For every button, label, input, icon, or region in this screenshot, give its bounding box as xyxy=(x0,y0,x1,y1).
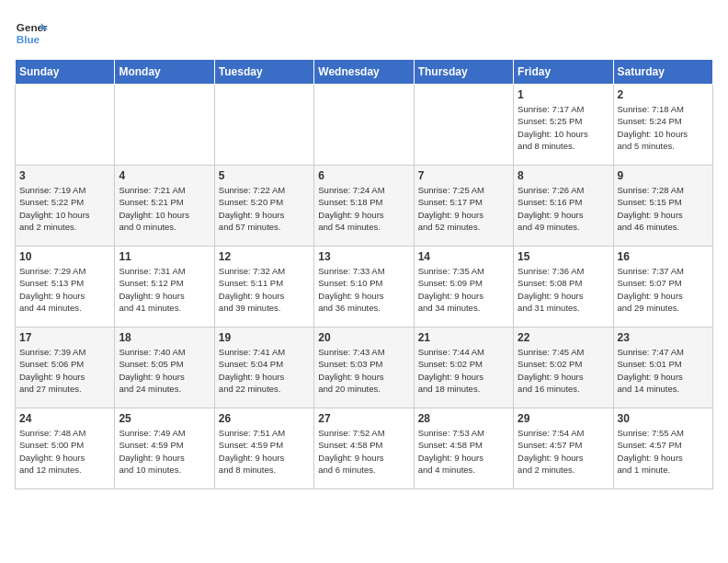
calendar-cell xyxy=(214,85,313,166)
day-info: Sunrise: 7:26 AM Sunset: 5:16 PM Dayligh… xyxy=(518,184,609,233)
day-number: 2 xyxy=(618,88,709,101)
day-info: Sunrise: 7:51 AM Sunset: 4:59 PM Dayligh… xyxy=(219,427,310,476)
calendar-cell: 3Sunrise: 7:19 AM Sunset: 5:22 PM Daylig… xyxy=(16,166,115,247)
weekday-header-tuesday: Tuesday xyxy=(214,60,313,85)
day-number: 23 xyxy=(618,331,709,344)
day-number: 10 xyxy=(19,250,110,263)
calendar-cell: 18Sunrise: 7:40 AM Sunset: 5:05 PM Dayli… xyxy=(115,327,214,408)
day-number: 25 xyxy=(119,412,210,425)
calendar-cell: 13Sunrise: 7:33 AM Sunset: 5:10 PM Dayli… xyxy=(314,247,414,327)
day-info: Sunrise: 7:48 AM Sunset: 5:00 PM Dayligh… xyxy=(19,427,110,476)
day-number: 9 xyxy=(618,169,709,182)
calendar-cell: 5Sunrise: 7:22 AM Sunset: 5:20 PM Daylig… xyxy=(214,166,313,247)
day-number: 27 xyxy=(318,412,409,425)
week-row-2: 3Sunrise: 7:19 AM Sunset: 5:22 PM Daylig… xyxy=(16,166,713,247)
day-number: 13 xyxy=(318,250,409,263)
day-number: 22 xyxy=(518,331,609,344)
day-info: Sunrise: 7:43 AM Sunset: 5:03 PM Dayligh… xyxy=(318,346,409,395)
day-info: Sunrise: 7:24 AM Sunset: 5:18 PM Dayligh… xyxy=(318,184,409,233)
day-number: 20 xyxy=(318,331,409,344)
day-info: Sunrise: 7:49 AM Sunset: 4:59 PM Dayligh… xyxy=(119,427,210,476)
day-number: 28 xyxy=(418,412,509,425)
day-number: 14 xyxy=(418,250,509,263)
day-info: Sunrise: 7:54 AM Sunset: 4:57 PM Dayligh… xyxy=(518,427,609,476)
day-number: 3 xyxy=(19,169,110,182)
calendar-cell: 28Sunrise: 7:53 AM Sunset: 4:58 PM Dayli… xyxy=(414,408,513,489)
day-info: Sunrise: 7:32 AM Sunset: 5:11 PM Dayligh… xyxy=(219,265,310,314)
day-info: Sunrise: 7:37 AM Sunset: 5:07 PM Dayligh… xyxy=(618,265,709,314)
day-info: Sunrise: 7:40 AM Sunset: 5:05 PM Dayligh… xyxy=(119,346,210,395)
calendar-cell xyxy=(414,85,513,166)
day-number: 1 xyxy=(518,88,609,101)
weekday-header-wednesday: Wednesday xyxy=(314,60,414,85)
weekday-header-thursday: Thursday xyxy=(414,60,513,85)
calendar-cell: 29Sunrise: 7:54 AM Sunset: 4:57 PM Dayli… xyxy=(514,408,613,489)
day-info: Sunrise: 7:55 AM Sunset: 4:57 PM Dayligh… xyxy=(618,427,709,476)
week-row-1: 1Sunrise: 7:17 AM Sunset: 5:25 PM Daylig… xyxy=(16,85,713,166)
day-number: 19 xyxy=(219,331,310,344)
day-number: 11 xyxy=(119,250,210,263)
day-number: 4 xyxy=(119,169,210,182)
calendar-cell: 9Sunrise: 7:28 AM Sunset: 5:15 PM Daylig… xyxy=(613,166,712,247)
calendar-cell: 23Sunrise: 7:47 AM Sunset: 5:01 PM Dayli… xyxy=(613,327,712,408)
day-number: 12 xyxy=(219,250,310,263)
day-info: Sunrise: 7:53 AM Sunset: 4:58 PM Dayligh… xyxy=(418,427,509,476)
weekday-header-sunday: Sunday xyxy=(16,60,115,85)
calendar-cell: 10Sunrise: 7:29 AM Sunset: 5:13 PM Dayli… xyxy=(16,247,115,327)
day-number: 15 xyxy=(518,250,609,263)
day-info: Sunrise: 7:18 AM Sunset: 5:24 PM Dayligh… xyxy=(618,103,709,152)
calendar-cell xyxy=(115,85,214,166)
calendar-cell: 14Sunrise: 7:35 AM Sunset: 5:09 PM Dayli… xyxy=(414,247,513,327)
day-info: Sunrise: 7:21 AM Sunset: 5:21 PM Dayligh… xyxy=(119,184,210,233)
weekday-header-row: SundayMondayTuesdayWednesdayThursdayFrid… xyxy=(16,60,713,85)
logo: General Blue xyxy=(15,15,48,48)
day-info: Sunrise: 7:44 AM Sunset: 5:02 PM Dayligh… xyxy=(418,346,509,395)
day-info: Sunrise: 7:28 AM Sunset: 5:15 PM Dayligh… xyxy=(618,184,709,233)
calendar-cell: 6Sunrise: 7:24 AM Sunset: 5:18 PM Daylig… xyxy=(314,166,414,247)
day-info: Sunrise: 7:52 AM Sunset: 4:58 PM Dayligh… xyxy=(318,427,409,476)
day-number: 30 xyxy=(618,412,709,425)
calendar-cell: 19Sunrise: 7:41 AM Sunset: 5:04 PM Dayli… xyxy=(214,327,313,408)
calendar-cell: 20Sunrise: 7:43 AM Sunset: 5:03 PM Dayli… xyxy=(314,327,414,408)
calendar-cell: 16Sunrise: 7:37 AM Sunset: 5:07 PM Dayli… xyxy=(613,247,712,327)
calendar-cell: 21Sunrise: 7:44 AM Sunset: 5:02 PM Dayli… xyxy=(414,327,513,408)
day-info: Sunrise: 7:25 AM Sunset: 5:17 PM Dayligh… xyxy=(418,184,509,233)
page-header: General Blue xyxy=(15,15,713,48)
day-number: 16 xyxy=(618,250,709,263)
calendar-cell: 12Sunrise: 7:32 AM Sunset: 5:11 PM Dayli… xyxy=(214,247,313,327)
weekday-header-monday: Monday xyxy=(115,60,214,85)
logo-icon: General Blue xyxy=(15,15,48,48)
calendar-cell xyxy=(314,85,414,166)
week-row-4: 17Sunrise: 7:39 AM Sunset: 5:06 PM Dayli… xyxy=(16,327,713,408)
day-number: 21 xyxy=(418,331,509,344)
day-number: 5 xyxy=(219,169,310,182)
calendar-cell: 27Sunrise: 7:52 AM Sunset: 4:58 PM Dayli… xyxy=(314,408,414,489)
calendar-cell: 22Sunrise: 7:45 AM Sunset: 5:02 PM Dayli… xyxy=(514,327,613,408)
day-info: Sunrise: 7:36 AM Sunset: 5:08 PM Dayligh… xyxy=(518,265,609,314)
day-info: Sunrise: 7:39 AM Sunset: 5:06 PM Dayligh… xyxy=(19,346,110,395)
calendar-cell: 30Sunrise: 7:55 AM Sunset: 4:57 PM Dayli… xyxy=(613,408,712,489)
day-info: Sunrise: 7:45 AM Sunset: 5:02 PM Dayligh… xyxy=(518,346,609,395)
week-row-5: 24Sunrise: 7:48 AM Sunset: 5:00 PM Dayli… xyxy=(16,408,713,489)
weekday-header-friday: Friday xyxy=(514,60,613,85)
day-number: 26 xyxy=(219,412,310,425)
calendar-cell: 1Sunrise: 7:17 AM Sunset: 5:25 PM Daylig… xyxy=(514,85,613,166)
calendar-cell: 11Sunrise: 7:31 AM Sunset: 5:12 PM Dayli… xyxy=(115,247,214,327)
calendar-cell: 8Sunrise: 7:26 AM Sunset: 5:16 PM Daylig… xyxy=(514,166,613,247)
day-info: Sunrise: 7:41 AM Sunset: 5:04 PM Dayligh… xyxy=(219,346,310,395)
calendar-cell: 2Sunrise: 7:18 AM Sunset: 5:24 PM Daylig… xyxy=(613,85,712,166)
day-info: Sunrise: 7:19 AM Sunset: 5:22 PM Dayligh… xyxy=(19,184,110,233)
weekday-header-saturday: Saturday xyxy=(613,60,712,85)
calendar-cell: 25Sunrise: 7:49 AM Sunset: 4:59 PM Dayli… xyxy=(115,408,214,489)
day-number: 17 xyxy=(19,331,110,344)
calendar-cell: 4Sunrise: 7:21 AM Sunset: 5:21 PM Daylig… xyxy=(115,166,214,247)
day-number: 6 xyxy=(318,169,409,182)
day-info: Sunrise: 7:22 AM Sunset: 5:20 PM Dayligh… xyxy=(219,184,310,233)
day-info: Sunrise: 7:47 AM Sunset: 5:01 PM Dayligh… xyxy=(618,346,709,395)
day-number: 24 xyxy=(19,412,110,425)
calendar-cell xyxy=(16,85,115,166)
svg-text:Blue: Blue xyxy=(17,33,40,45)
calendar-cell: 7Sunrise: 7:25 AM Sunset: 5:17 PM Daylig… xyxy=(414,166,513,247)
day-number: 7 xyxy=(418,169,509,182)
calendar-cell: 24Sunrise: 7:48 AM Sunset: 5:00 PM Dayli… xyxy=(16,408,115,489)
